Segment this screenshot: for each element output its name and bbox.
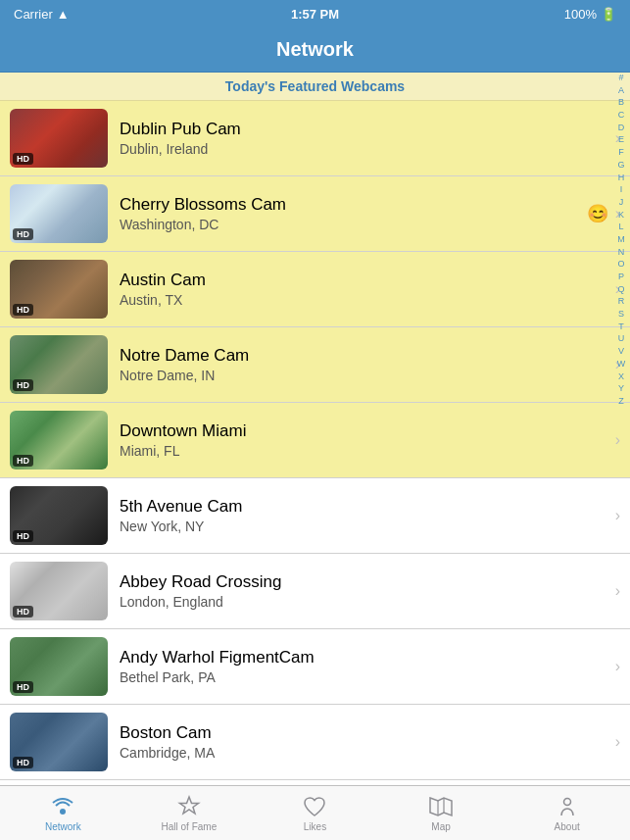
index-letter[interactable]: J [614, 197, 628, 209]
right-index[interactable]: #ABCDEFGHIJKLMNOPQRSTUVWXYZ [614, 73, 628, 408]
section-header-label: Today's Featured Webcams [225, 78, 405, 94]
halloffame-icon [176, 794, 202, 819]
battery-label: 100% [564, 7, 597, 22]
regular-list-item[interactable]: HD Andy Warhol FigmentCam Bethel Park, P… [0, 629, 630, 705]
regular-section: HD 5th Avenue Cam New York, NY › HD Abbe… [0, 478, 630, 785]
regular-list-item[interactable]: HD 5th Avenue Cam New York, NY › [0, 478, 630, 554]
index-letter[interactable]: K [614, 210, 628, 222]
index-letter[interactable]: N [614, 247, 628, 259]
status-bar-right: 100% 🔋 [564, 7, 616, 22]
index-letter[interactable]: E [614, 134, 628, 146]
regular-list-item[interactable]: HD Abbey Road Crossing London, England › [0, 554, 630, 629]
item-subtitle: Dublin, Ireland [120, 141, 611, 157]
item-title: Dublin Pub Cam [120, 120, 611, 139]
likes-icon [302, 794, 327, 819]
index-letter[interactable]: Y [614, 383, 628, 395]
item-subtitle: Bethel Park, PA [120, 669, 611, 685]
item-text: Boston Cam Cambridge, MA [120, 723, 611, 761]
hd-badge: HD [13, 304, 33, 316]
tab-likes-label: Likes [304, 821, 326, 832]
index-letter[interactable]: W [614, 359, 628, 371]
item-subtitle: Miami, FL [120, 443, 611, 459]
featured-list-item[interactable]: HD Cherry Blossoms Cam Washington, DC 😊 … [0, 176, 630, 252]
hd-badge: HD [13, 606, 33, 618]
item-subtitle: Austin, TX [120, 292, 611, 308]
hd-badge: HD [13, 379, 33, 391]
item-text: Cherry Blossoms Cam Washington, DC [120, 195, 611, 232]
hd-badge: HD [13, 153, 33, 165]
nav-title: Network [276, 38, 354, 61]
index-letter[interactable]: G [614, 160, 628, 172]
featured-section: Today's Featured Webcams HD Dublin Pub C… [0, 73, 630, 478]
item-title: Andy Warhol FigmentCam [120, 648, 611, 667]
hd-badge: HD [13, 455, 33, 467]
item-thumbnail: HD [10, 184, 108, 243]
index-letter[interactable]: O [614, 259, 628, 271]
index-letter[interactable]: V [614, 346, 628, 358]
item-subtitle: Notre Dame, IN [120, 368, 611, 383]
item-thumbnail: HD [10, 335, 108, 394]
index-letter[interactable]: D [614, 123, 628, 134]
item-subtitle: Cambridge, MA [120, 745, 611, 761]
map-icon [428, 794, 454, 819]
index-letter[interactable]: L [614, 222, 628, 233]
nav-bar: Network [0, 27, 630, 73]
item-title: Downtown Miami [120, 421, 611, 441]
index-letter[interactable]: M [614, 234, 628, 246]
item-thumbnail: HD [10, 486, 108, 545]
svg-marker-1 [179, 797, 198, 814]
tab-about[interactable]: About [504, 794, 630, 832]
chevron-right-icon: › [615, 431, 620, 449]
item-title: Austin Cam [120, 271, 611, 290]
item-thumbnail: HD [10, 713, 108, 771]
wifi-icon: ▲ [57, 7, 70, 22]
featured-emoji-badge: 😊 [587, 203, 608, 224]
index-letter[interactable]: Q [614, 284, 628, 296]
tab-network-label: Network [45, 821, 81, 832]
item-text: Notre Dame Cam Notre Dame, IN [120, 346, 611, 383]
featured-list-item[interactable]: HD Dublin Pub Cam Dublin, Ireland › [0, 101, 630, 176]
hd-badge: HD [13, 530, 33, 542]
status-bar-time: 1:57 PM [291, 7, 339, 22]
section-header: Today's Featured Webcams [0, 73, 630, 101]
tab-bar: Network Hall of Fame Likes Map About [0, 785, 630, 840]
item-title: Boston Cam [120, 723, 611, 743]
item-title: Cherry Blossoms Cam [120, 195, 611, 215]
item-text: Dublin Pub Cam Dublin, Ireland [120, 120, 611, 157]
item-text: Andy Warhol FigmentCam Bethel Park, PA [120, 648, 611, 685]
index-letter[interactable]: H [614, 173, 628, 184]
item-text: 5th Avenue Cam New York, NY [120, 497, 611, 534]
index-letter[interactable]: B [614, 97, 628, 109]
main-list: Today's Featured Webcams HD Dublin Pub C… [0, 73, 630, 785]
index-letter[interactable]: A [614, 85, 628, 97]
index-letter[interactable]: X [614, 371, 628, 383]
index-letter[interactable]: T [614, 321, 628, 333]
index-letter[interactable]: C [614, 110, 628, 122]
item-subtitle: London, England [120, 594, 611, 610]
tab-map[interactable]: Map [378, 794, 505, 832]
index-letter[interactable]: S [614, 309, 628, 321]
item-subtitle: Washington, DC [120, 217, 611, 232]
index-letter[interactable]: I [614, 184, 628, 196]
regular-list-item[interactable]: HD Boston Cam Cambridge, MA › [0, 705, 630, 780]
tab-about-label: About [555, 821, 580, 832]
featured-list-item[interactable]: HD Austin Cam Austin, TX › [0, 252, 630, 327]
index-letter[interactable]: U [614, 333, 628, 345]
index-letter[interactable]: F [614, 147, 628, 159]
index-letter[interactable]: P [614, 272, 628, 283]
featured-list-item[interactable]: HD Downtown Miami Miami, FL › [0, 403, 630, 478]
item-title: Notre Dame Cam [120, 346, 611, 366]
item-thumbnail: HD [10, 562, 108, 620]
index-letter[interactable]: # [614, 73, 628, 84]
featured-list-item[interactable]: HD Notre Dame Cam Notre Dame, IN › [0, 327, 630, 403]
chevron-right-icon: › [615, 507, 620, 524]
item-title: Abbey Road Crossing [120, 572, 611, 592]
tab-map-label: Map [431, 821, 450, 832]
index-letter[interactable]: Z [614, 396, 628, 408]
tab-halloffame[interactable]: Hall of Fame [126, 794, 253, 832]
chevron-right-icon: › [615, 582, 620, 600]
item-text: Austin Cam Austin, TX [120, 271, 611, 308]
tab-likes[interactable]: Likes [252, 794, 378, 832]
tab-network[interactable]: Network [0, 794, 126, 832]
index-letter[interactable]: R [614, 296, 628, 308]
